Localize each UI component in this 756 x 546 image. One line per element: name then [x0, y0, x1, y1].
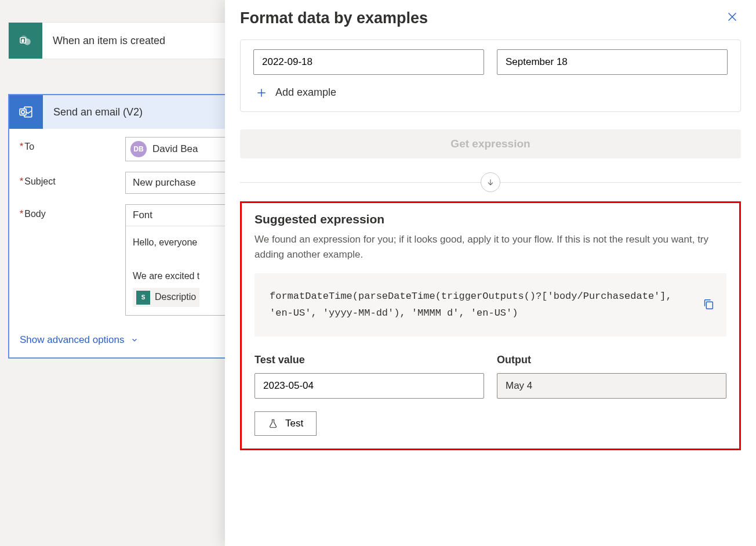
dynamic-content-token[interactable]: S Descriptio [133, 288, 199, 307]
arrow-down-icon [486, 178, 495, 187]
get-expression-button[interactable]: Get expression [240, 129, 741, 158]
body-label: *Body [20, 204, 125, 219]
beaker-icon [268, 418, 278, 429]
close-icon [726, 10, 739, 23]
subject-label: *Subject [20, 172, 125, 187]
sharepoint-icon: S [9, 23, 42, 59]
copy-expression-button[interactable] [702, 298, 715, 313]
suggested-expression-heading: Suggested expression [255, 212, 726, 226]
action-title: Send an email (V2) [43, 106, 153, 118]
expression-code-box: formatDateTime(parseDateTime(triggerOutp… [255, 273, 726, 337]
test-button[interactable]: Test [255, 411, 317, 436]
svg-rect-5 [20, 109, 26, 115]
add-example-button[interactable]: Add example [256, 86, 728, 99]
trigger-title: When an item is created [42, 35, 176, 47]
scroll-down-indicator[interactable] [481, 172, 500, 192]
sharepoint-token-icon: S [136, 291, 150, 305]
suggested-expression-description: We found an expression for you; if it lo… [255, 232, 726, 263]
example-input-value[interactable] [253, 49, 484, 75]
expression-divider [240, 169, 741, 196]
expression-code[interactable]: formatDateTime(parseDateTime(triggerOutp… [270, 288, 692, 322]
panel-title: Format data by examples [240, 9, 724, 27]
close-panel-button[interactable] [724, 8, 741, 28]
svg-text:S: S [22, 38, 24, 43]
suggested-expression-card: Suggested expression We found an express… [240, 201, 741, 450]
recipient-name: David Bea [152, 143, 198, 155]
chevron-down-icon [130, 336, 139, 344]
outlook-icon [9, 95, 43, 129]
output-label: Output [497, 354, 726, 366]
svg-rect-12 [706, 302, 713, 309]
format-data-panel: Format data by examples Add example Get … [225, 0, 756, 546]
example-output-value[interactable] [497, 49, 728, 75]
plus-icon [256, 87, 267, 99]
test-value-label: Test value [255, 354, 484, 366]
test-value-input[interactable] [255, 373, 484, 399]
copy-icon [702, 298, 715, 310]
output-value: May 4 [497, 373, 726, 399]
recipient-avatar: DB [130, 141, 147, 157]
examples-card: Add example [240, 39, 741, 112]
to-label: *To [20, 137, 125, 152]
